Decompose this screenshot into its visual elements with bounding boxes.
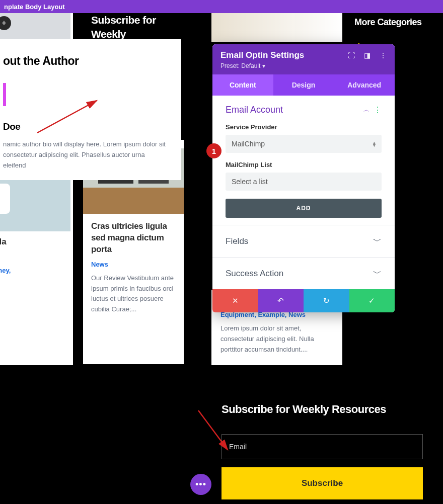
panel-title: Email Optin Settings	[220, 50, 304, 60]
builder-fab-button[interactable]: •••	[190, 474, 211, 495]
menu-icon[interactable]: ⋮	[380, 51, 387, 59]
module-settings-panel: Email Optin Settings ⛶ ◨ ⋮ Preset: Defau…	[212, 44, 395, 312]
footer-email-input[interactable]	[222, 434, 423, 459]
sidebar-title: More Categories	[354, 17, 435, 28]
page: + More Categories ring ance ogy non null…	[0, 13, 443, 504]
post-image	[211, 13, 342, 42]
label-service-provider: Service Provider	[226, 123, 382, 131]
panel-tabs: Content Design Advanced	[212, 74, 395, 96]
label-mailchimp-list: MailChimp List	[226, 161, 382, 169]
post-excerpt: Lorem ipsum dolor sit amet, consectetur …	[220, 323, 336, 355]
panel-content: Email Account ︿ ⋮ Service Provider MailC…	[212, 96, 395, 225]
post-title[interactable]: ies ligula a	[0, 236, 70, 260]
tab-design[interactable]: Design	[273, 74, 334, 96]
section-label: Success Action	[226, 269, 283, 279]
chevron-up-icon[interactable]: ︿	[363, 106, 370, 114]
svg-line-0	[37, 101, 97, 133]
service-provider-select[interactable]: MailChimp ▲▼	[226, 135, 382, 153]
post-title[interactable]: Cras ultricies ligula sed magna dictum p…	[91, 221, 176, 256]
section-email-account[interactable]: Email Account	[226, 105, 283, 115]
section-success-action[interactable]: Success Action ﹀	[212, 257, 395, 289]
save-button[interactable]: ✓	[349, 289, 395, 312]
snap-icon[interactable]: ◨	[364, 51, 371, 59]
tab-advanced[interactable]: Advanced	[334, 74, 395, 96]
author-bio: namic author bio will display here. Lore…	[3, 139, 166, 171]
post-categories[interactable]: News	[91, 261, 176, 268]
mailchimp-list-select[interactable]: Select a list	[226, 173, 382, 191]
section-label: Fields	[226, 236, 248, 246]
annotation-arrow	[198, 410, 239, 458]
wireframe-top-bar: nplate Body Layout	[0, 0, 443, 13]
section-menu-icon[interactable]: ⋮	[374, 105, 382, 115]
plus-icon: +	[2, 19, 6, 28]
chevron-down-icon: ﹀	[373, 268, 382, 279]
panel-footer: ✕ ↶ ↻ ✓	[212, 289, 395, 312]
preset-selector[interactable]: Preset: Default ▾	[220, 62, 387, 69]
add-button[interactable]: ADD	[226, 199, 382, 218]
post-categories[interactable]: ealth, Money,	[0, 267, 70, 274]
select-arrows-icon: ▲▼	[372, 142, 377, 146]
select-value: MailChimp	[232, 140, 265, 148]
top-bar-title: nplate Body Layout	[4, 3, 65, 11]
footer-subscribe-button[interactable]: Subscribe	[222, 467, 423, 499]
annotation-badge-1: 1	[206, 143, 222, 158]
expand-icon[interactable]: ⛶	[348, 51, 355, 59]
footer-subscribe-widget: Subscribe for Weekly Resources Subscribe	[222, 403, 423, 499]
title-line: ies ligula	[0, 237, 7, 246]
avatar	[3, 83, 6, 106]
footer-subscribe-title: Subscribe for Weekly Resources	[222, 403, 423, 416]
undo-button[interactable]: ↶	[258, 289, 304, 312]
author-box-title: out the Author	[3, 54, 166, 68]
post-excerpt: Our Review Vestibulum ante ipsum primis …	[91, 273, 176, 315]
panel-header[interactable]: Email Optin Settings ⛶ ◨ ⋮ Preset: Defau…	[212, 44, 395, 74]
close-button[interactable]: ✕	[212, 289, 258, 312]
select-placeholder: Select a list	[232, 178, 268, 186]
svg-line-1	[198, 410, 228, 450]
annotation-arrow	[37, 98, 103, 140]
section-fields[interactable]: Fields ﹀	[212, 225, 395, 257]
redo-button[interactable]: ↻	[304, 289, 349, 312]
chevron-down-icon: ﹀	[373, 235, 382, 247]
tab-content[interactable]: Content	[212, 74, 273, 96]
